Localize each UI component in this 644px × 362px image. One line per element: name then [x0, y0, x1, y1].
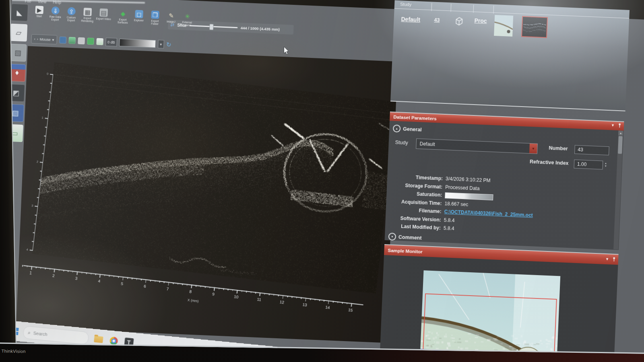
info-label: Last Modified by:	[389, 223, 441, 231]
export-folder-button[interactable]: ❒Export Folder	[147, 9, 163, 35]
view-tab-3d-view-icon[interactable]: ▧	[9, 44, 27, 62]
file-explorer-icon[interactable]	[93, 334, 104, 345]
mouse-mode-dropdown[interactable]: ‹ › Mouse ▾	[31, 34, 57, 45]
x-axis-minor-tick	[72, 271, 73, 272]
search-input[interactable]: ⌕ Search	[23, 326, 89, 345]
general-section-header[interactable]: ▲ General	[393, 125, 422, 134]
bscan-image[interactable]	[32, 62, 398, 294]
sample-photo-thumbnail[interactable]	[494, 15, 513, 37]
x-axis-minor-tick	[68, 270, 68, 272]
info-label: Storage Format:	[391, 182, 442, 189]
prev-icon[interactable]: ‹	[34, 37, 35, 41]
sample-monitor-title: Sample Monitor	[388, 248, 423, 254]
screenshot-icon[interactable]	[96, 38, 103, 45]
info-value: Processed Data	[445, 184, 480, 191]
y-axis-tick-label: 4	[27, 248, 29, 251]
pin-icon[interactable]	[618, 123, 621, 128]
export-video-button[interactable]: ▤Export Video	[95, 7, 112, 33]
x-axis-minor-tick	[337, 301, 338, 303]
x-axis-tick-label: 13	[302, 302, 307, 307]
comment-section-header[interactable]: ▼ Comment	[388, 232, 422, 241]
x-axis-minor-tick	[164, 282, 165, 283]
dataset-parameters-panel: Dataset Parameters ▼ ▲ General Study Def…	[385, 111, 624, 250]
refresh-icon[interactable]: ↻	[166, 41, 171, 48]
x-axis-title: X (mm)	[187, 298, 199, 303]
info-value: 18.667 sec	[444, 201, 468, 207]
view-tab-2d-view-icon[interactable]: ▱	[10, 24, 28, 42]
spinner-arrows-icon[interactable]: ▲▼	[605, 162, 607, 167]
x-axis-minor-tick	[109, 275, 110, 277]
slice-slider[interactable]	[190, 25, 238, 28]
slice-arrows-icon[interactable]: ⇄	[170, 22, 175, 27]
search-icon: ⌕	[28, 330, 31, 336]
comment-label: Comment	[398, 234, 422, 241]
dropdown-arrow-icon[interactable]: ▼	[529, 144, 537, 154]
export-folder-icon: ❒	[151, 10, 159, 19]
info-label: Timestamp:	[391, 174, 443, 181]
slice-slider-thumb[interactable]	[209, 24, 214, 30]
refractive-index-field[interactable]: 1.00	[574, 160, 603, 170]
dataset-number-link[interactable]: 43	[434, 17, 440, 23]
y-axis-minor-tick	[43, 144, 45, 145]
number-value: 43	[578, 147, 583, 153]
db-min-field[interactable]: 0 dB	[105, 38, 117, 47]
refractive-index-label: Refractive Index	[530, 159, 569, 166]
bscan-viewport[interactable]: 01234 X (mm) 123456789101112131415	[16, 46, 398, 343]
overlay-toggle-icon[interactable]	[59, 37, 66, 44]
pointer-tool-icon: ◣	[17, 8, 23, 17]
scroll-up-icon[interactable]: ▲	[618, 131, 623, 135]
toolbar-button-label: Explorer	[131, 19, 147, 22]
general-label: General	[403, 126, 422, 132]
toolbar-button-label: Export Rendering	[80, 16, 95, 23]
proc-link[interactable]: Proc	[474, 17, 487, 24]
3d-cube-icon[interactable]	[452, 15, 465, 27]
study-name-link[interactable]: Default	[401, 16, 420, 23]
explorer-button[interactable]: ◻Explorer	[131, 8, 147, 34]
palette-toggle-icon[interactable]	[68, 37, 76, 44]
x-axis-tick	[31, 266, 32, 269]
collapse-down-icon[interactable]: ▼	[388, 232, 396, 241]
y-axis-minor-tick	[45, 127, 47, 128]
study-dropdown[interactable]: Default ▼	[416, 138, 538, 154]
collapse-chevron-icon[interactable]: ▼	[605, 257, 609, 261]
x-axis-minor-tick	[219, 288, 219, 289]
x-axis-tick	[351, 303, 352, 306]
column-divider	[473, 5, 474, 13]
marker-toggle-icon[interactable]	[87, 38, 94, 45]
x-axis-tick-label: 3	[75, 276, 78, 281]
view-tab-pointer-tool-icon[interactable]: ◣	[11, 4, 29, 22]
x-axis-minor-tick	[82, 272, 83, 274]
number-field[interactable]: 43	[574, 145, 609, 156]
x-axis-minor-tick	[63, 270, 64, 272]
x-axis-minor-tick	[159, 281, 160, 282]
x-axis-minor-tick	[40, 267, 41, 269]
pin-icon[interactable]	[612, 257, 616, 262]
collapse-chevron-icon[interactable]: ▼	[611, 123, 615, 127]
start-button[interactable]: ▶Start	[31, 4, 47, 30]
photo-of-monitor: ThorImageOCT FileViewHelp ◣▱▧♦◩▨▭ ▶Start…	[0, 0, 644, 362]
export-surfaces-button[interactable]: ◆Export Surfaces	[115, 8, 131, 33]
snapshot-icon[interactable]	[78, 37, 85, 45]
colormap-dropdown[interactable]: ▾	[158, 40, 164, 49]
raw-data-export-button[interactable]: ⇓Raw Data Export	[47, 5, 64, 30]
export-rendering-button[interactable]: ▦Export Rendering	[79, 6, 96, 32]
study-field-label: Study	[395, 140, 408, 146]
scrollbar-thumb[interactable]	[618, 136, 623, 154]
y-axis-minor-tick	[42, 153, 43, 154]
x-axis-tick-label: 11	[257, 297, 262, 302]
oct-scan-thumbnail[interactable]	[521, 16, 548, 38]
next-icon[interactable]: ›	[37, 37, 38, 41]
y-axis-minor-tick	[35, 215, 37, 216]
collapse-up-icon[interactable]: ▲	[393, 125, 401, 133]
custom-export-button[interactable]: ⇪Custom Export	[63, 6, 80, 31]
colormap-gradient[interactable]	[119, 39, 156, 48]
x-axis-minor-tick	[246, 291, 247, 292]
sample-monitor-panel: Sample Monitor ▼	[378, 244, 619, 362]
x-axis-tick-label: 4	[98, 279, 101, 284]
x-axis-minor-tick	[114, 276, 114, 277]
monitor-brand: ThinkVision	[2, 349, 26, 354]
y-axis-minor-tick	[37, 197, 39, 198]
slice-value: 444 / 1000 (4.435 mm)	[241, 25, 280, 31]
x-axis-tick	[260, 292, 261, 296]
column-divider	[450, 4, 451, 12]
